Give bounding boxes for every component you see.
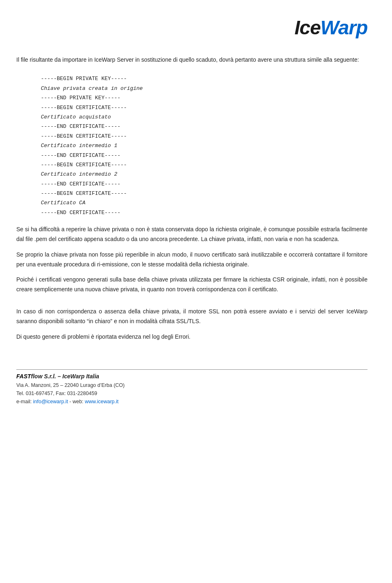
paragraph-3: Poiché i certificati vengono generati su… — [16, 275, 368, 295]
code-line-5: Certificato acquistato — [41, 112, 368, 122]
code-block: -----BEGIN PRIVATE KEY----- Chiave priva… — [41, 74, 368, 217]
footer-company-rest: S.r.l. – IceWarp Italia — [44, 373, 99, 380]
logo-area: IceWarp — [16, 16, 368, 39]
code-line-7: -----BEGIN CERTIFICATE----- — [41, 132, 368, 141]
footer-email-label: e-mail: — [16, 399, 33, 404]
code-line-12: -----END CERTIFICATE----- — [41, 179, 368, 189]
logo-w-slash: W — [321, 17, 338, 38]
logo: IceWarp — [294, 16, 368, 39]
footer-address: Via A. Manzoni, 25 – 22040 Lurago d’Erba… — [16, 382, 125, 388]
footer-flow: flow — [31, 373, 42, 380]
code-line-2: Chiave privata creata in origine — [41, 84, 368, 93]
intro-paragraph: Il file risultante da importare in IceWa… — [16, 55, 368, 64]
footer-email-link[interactable]: info@icewarp.it — [33, 399, 68, 404]
paragraph-2: Se proprio la chiave privata non fosse p… — [16, 250, 368, 270]
code-line-3: -----END PRIVATE KEY----- — [41, 93, 368, 103]
footer-details: Via A. Manzoni, 25 – 22040 Lurago d’Erba… — [16, 381, 368, 406]
code-line-15: -----END CERTIFICATE----- — [41, 208, 368, 217]
paragraph-4: In caso di non corrispondenza o assenza … — [16, 307, 368, 326]
code-line-8: Certificato intermedio 1 — [41, 141, 368, 150]
code-line-10: -----BEGIN CERTIFICATE----- — [41, 160, 368, 170]
footer-divider — [16, 369, 368, 370]
code-line-4: -----BEGIN CERTIFICATE----- — [41, 103, 368, 112]
code-line-9: -----END CERTIFICATE----- — [41, 151, 368, 160]
footer-tel: Tel. 031-697457, Fax: 031-2280459 — [16, 391, 97, 396]
code-line-11: Certificato intermedio 2 — [41, 170, 368, 179]
paragraph-1: Se si ha difficoltà a reperire la chiave… — [16, 225, 368, 244]
logo-arp: arp — [338, 17, 368, 38]
code-line-1: -----BEGIN PRIVATE KEY----- — [41, 74, 368, 83]
paragraph-5: Di questo genere di problemi è riportata… — [16, 332, 368, 342]
footer: FASTflow S.r.l. – IceWarp Italia Via A. … — [16, 362, 368, 406]
footer-web-link[interactable]: www.icewarp.it — [85, 399, 119, 404]
code-line-13: -----BEGIN CERTIFICATE----- — [41, 189, 368, 198]
code-line-6: -----END CERTIFICATE----- — [41, 122, 368, 131]
footer-company-name: FASTflow S.r.l. – IceWarp Italia — [16, 373, 368, 380]
code-line-14: Certificato CA — [41, 198, 368, 208]
logo-ice: Ice — [294, 17, 321, 38]
footer-web-label: - web: — [68, 399, 85, 404]
footer-fast: FAST — [16, 373, 31, 380]
